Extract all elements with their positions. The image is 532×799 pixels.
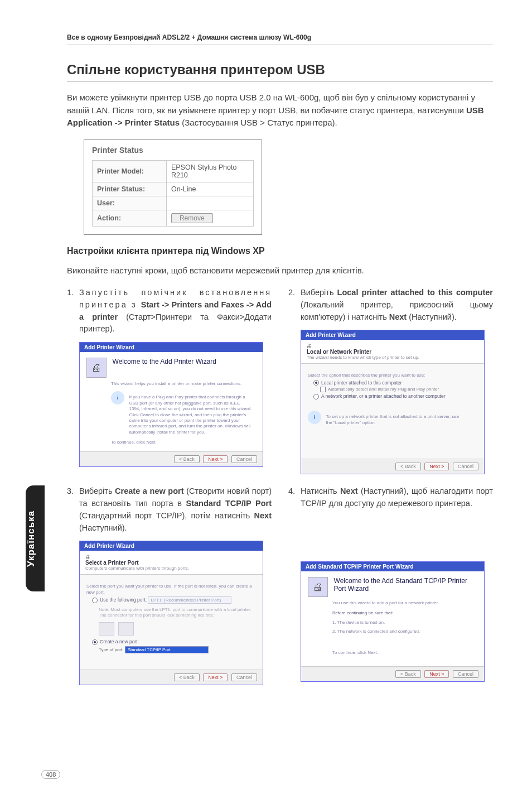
wizard-select-port: Add Printer Wizard 🖨 Select a Printer Po… (79, 541, 263, 685)
wizard-titlebar: Add Printer Wizard (80, 541, 263, 551)
band-title: Select a Printer Port (85, 560, 257, 566)
wizard-b1: 1. The device is turned on. (332, 620, 477, 625)
label-model: Printer Model: (93, 160, 167, 182)
table-row: Action: Remove (93, 210, 254, 226)
sub-heading: Настройки клієнта принтера під Windows X… (67, 246, 493, 256)
value-model: EPSON Stylus Photo R210 (166, 160, 253, 182)
step-number: 2. (288, 287, 301, 323)
next-button[interactable]: Next > (203, 455, 228, 463)
cancel-button[interactable]: Cancel (453, 463, 478, 470)
sub-intro: Виконайте наступні кроки, щоб встановити… (67, 264, 493, 277)
connector-icon (99, 622, 114, 636)
step2-e: (Наступний). (407, 312, 457, 321)
back-button[interactable]: < Back (174, 455, 200, 463)
step-number: 4. (288, 485, 301, 510)
wizard-continue: To continue, click Next. (332, 650, 477, 656)
type-of-port-label: Type of port: (99, 647, 123, 652)
language-tab: Українська (26, 485, 45, 591)
port-note: Note: Most computers use the LPT1: port … (99, 607, 256, 619)
next-button[interactable]: Next > (203, 673, 228, 681)
step3-d: Standard TCP/IP Port (186, 499, 272, 508)
port-select[interactable]: LPT1: (Recommended Printer Port) (148, 596, 231, 604)
step-3: 3. Виберіть Create a new port (Створити … (67, 485, 272, 534)
step2-b: Local printer attached to this computer (337, 288, 493, 297)
table-row: Printer Status: On-Line (93, 182, 254, 196)
prompt: Select the option that describes the pri… (308, 373, 477, 378)
step2-a: Виберіть (301, 288, 337, 297)
check-autodetect[interactable]: Automatically detect and install my Plug… (320, 387, 477, 392)
back-button[interactable]: < Back (174, 673, 200, 681)
wizard-tcpip-port: Add Standard TCP/IP Printer Port Wizard … (301, 561, 485, 682)
next-button[interactable]: Next > (424, 463, 449, 470)
radio-local-label: Local printer attached to this computer (321, 380, 402, 386)
cancel-button[interactable]: Cancel (453, 670, 478, 678)
step-4: 4. Натисніть Next (Наступний), щоб налаг… (288, 485, 493, 510)
wizard-titlebar: Add Printer Wizard (301, 330, 484, 340)
printer-status-table: Printer Model: EPSON Stylus Photo R210 P… (92, 160, 254, 227)
printer-icon: 🖨 (308, 577, 328, 597)
step3-f: Next (254, 511, 272, 520)
step4-b: Next (340, 487, 357, 495)
radio-network[interactable]: A network printer, or a printer attached… (313, 393, 477, 399)
radio-use-port[interactable]: Use the following port: LPT1: (Recommend… (92, 596, 256, 604)
printer-icon: 🖨 (307, 343, 312, 349)
wizard-tip: To set up a network printer that is not … (326, 414, 460, 426)
band-sub: Computers communicate with printers thro… (85, 566, 257, 571)
label-action: Action: (93, 210, 167, 226)
info-icon: i (111, 391, 124, 405)
page-header: Все в одному Безпровідний ADSL2/2 + Дома… (67, 33, 493, 45)
printer-icon: 🖨 (86, 358, 107, 378)
step3-b: Create a new port (115, 487, 183, 495)
wizard-heading: Welcome to the Add Printer Wizard (113, 358, 252, 365)
step4-a: Натисніть (301, 487, 340, 495)
intro-paragraph: Ви можете увімкнути принтер USB до порта… (67, 92, 493, 129)
next-button[interactable]: Next > (424, 670, 449, 678)
value-action: Remove (166, 210, 253, 226)
wizard-titlebar: Add Printer Wizard (80, 343, 263, 352)
back-button[interactable]: < Back (395, 670, 421, 678)
step-number: 3. (67, 485, 79, 534)
printer-status-title: Printer Status (92, 146, 254, 155)
step-2: 2. Виберіть Local printer attached to th… (288, 287, 493, 323)
band-title: Local or Network Printer (307, 349, 478, 355)
label-status: Printer Status: (93, 182, 167, 196)
back-button[interactable]: < Back (395, 463, 421, 470)
connector-icon (118, 622, 134, 636)
wizard-line1: This wizard helps you install a printer … (111, 381, 256, 387)
wizard-local-network: Add Printer Wizard 🖨 Local or Network Pr… (301, 330, 485, 474)
radio-network-label: A network printer, or a printer attached… (321, 393, 446, 399)
section-title: Спільне користування принтером USB (67, 62, 493, 81)
intro-text-2: (Застосування USB > Статус принтера). (180, 118, 337, 127)
prompt: Select the port you want your printer to… (86, 584, 256, 595)
wizard-titlebar: Add Standard TCP/IP Printer Port Wizard (301, 562, 484, 571)
wizard-body: If you have a Plug and Play printer that… (129, 394, 252, 435)
value-status: On-Line (166, 182, 253, 196)
step3-e: (Стандартний порт TCP/IP), потім натисні… (79, 511, 254, 520)
check-autodetect-label: Automatically detect and install my Plug… (328, 387, 439, 392)
port-type-select[interactable]: Standard TCP/IP Port (125, 646, 209, 653)
step-number: 1. (67, 287, 79, 335)
table-row: Printer Model: EPSON Stylus Photo R210 (93, 160, 254, 182)
wizard-b2: 2. The network is connected and configur… (332, 629, 477, 634)
wizard-continue: To continue, click Next. (111, 440, 256, 445)
step-1: 1. Запустіть помічник встановлення принт… (67, 287, 272, 335)
radio-local[interactable]: Local printer attached to this computer (313, 380, 477, 386)
value-user (166, 196, 253, 210)
table-row: User: (93, 196, 254, 210)
step3-g: (Наступний). (79, 523, 127, 532)
intro-text-1: Ви можете увімкнути принтер USB до порта… (67, 93, 475, 115)
band-sub: The wizard needs to know which type of p… (307, 355, 478, 360)
info-icon: i (308, 411, 321, 424)
wizard-heading: Welcome to the Add Standard TCP/IP Print… (334, 577, 473, 593)
radio-create-port-label: Create a new port: (100, 639, 139, 644)
wizard-before: Before continuing be sure that: (332, 610, 477, 616)
label-user: User: (93, 196, 167, 210)
cancel-button[interactable]: Cancel (231, 673, 257, 681)
radio-use-port-label: Use the following port: (100, 597, 147, 603)
step3-a: Виберіть (79, 487, 115, 495)
step2-d: Next (389, 312, 407, 321)
remove-button[interactable]: Remove (171, 213, 213, 223)
cancel-button[interactable]: Cancel (231, 455, 257, 463)
page-number: 408 (41, 770, 60, 779)
radio-create-port[interactable]: Create a new port: (92, 639, 256, 645)
